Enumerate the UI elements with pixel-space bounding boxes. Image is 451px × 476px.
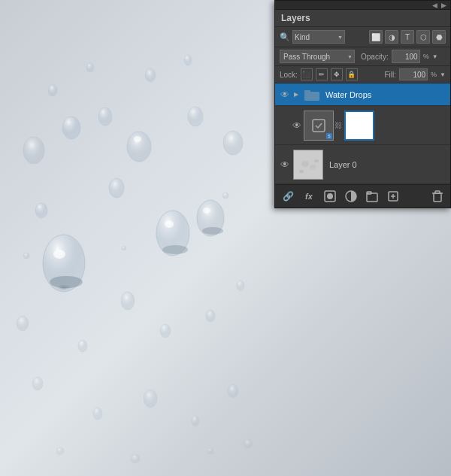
- fill-percent: %: [431, 71, 437, 78]
- layer-name-water-drops: Water Drops: [325, 90, 371, 99]
- panel-topbar: ◀ ▶: [275, 1, 450, 10]
- mask-thumb: [344, 111, 374, 141]
- fill-label: Fill:: [385, 71, 397, 79]
- eye-icon-smart[interactable]: 👁: [290, 119, 304, 132]
- svg-point-50: [327, 193, 333, 199]
- layer-row-smart[interactable]: 👁 S ⛓: [275, 106, 450, 145]
- new-group-btn[interactable]: [364, 188, 380, 205]
- lock-row: Lock: ⬛ ✏ ✥ 🔒 Fill: % ▼: [275, 66, 450, 83]
- svg-rect-42: [304, 90, 310, 93]
- folder-icon-water-drops: [303, 86, 321, 104]
- kind-select-wrapper[interactable]: Kind Name Effect Mode: [292, 30, 345, 44]
- lock-all-btn[interactable]: 🔒: [346, 68, 358, 80]
- fx-btn[interactable]: fx: [301, 188, 317, 205]
- search-icon: 🔍: [280, 32, 290, 42]
- filter-icons: ⬜ ◑ T ⬡ ⬣: [369, 30, 446, 44]
- layer-row-water-drops[interactable]: 👁 ▶ Water Drops: [275, 83, 450, 106]
- svg-point-48: [299, 170, 304, 173]
- layer0-thumb: [293, 150, 323, 180]
- svg-rect-59: [435, 191, 440, 193]
- layers-panel: ◀ ▶ Layers 🔍 Kind Name Effect Mode ⬜ ◑ T…: [274, 0, 451, 208]
- eye-icon-layer0[interactable]: 👁: [278, 158, 292, 171]
- lock-label: Lock:: [280, 71, 298, 79]
- svg-rect-43: [313, 120, 325, 132]
- smart-filter-icon[interactable]: ⬣: [432, 30, 446, 44]
- smart-filter-icon: [311, 118, 326, 133]
- expand-water-drops[interactable]: ▶: [292, 90, 301, 99]
- shape-filter-icon[interactable]: ⬡: [416, 30, 430, 44]
- fill-dropdown-arrow[interactable]: ▼: [440, 71, 446, 78]
- panel-resize-arrows: ◀ ▶: [432, 2, 447, 9]
- blend-select-wrapper[interactable]: Pass Through Normal Dissolve Multiply Sc…: [280, 50, 355, 63]
- eye-icon-water-drops[interactable]: 👁: [278, 88, 292, 102]
- opacity-dropdown-arrow[interactable]: ▼: [432, 53, 438, 60]
- panel-title-bar: Layers: [275, 10, 450, 27]
- layer-row-layer0[interactable]: 👁 Layer 0: [275, 145, 450, 184]
- layers-list: 👁 ▶ Water Drops 👁: [275, 83, 450, 184]
- panel-title: Layers: [281, 13, 310, 23]
- svg-rect-57: [434, 193, 441, 202]
- fill-input[interactable]: [399, 68, 428, 80]
- add-mask-btn[interactable]: [322, 188, 338, 205]
- lock-position-btn[interactable]: ✥: [331, 68, 343, 80]
- pixel-filter-icon[interactable]: ⬜: [369, 30, 383, 44]
- svg-point-47: [314, 159, 319, 162]
- adjustment-filter-icon[interactable]: ◑: [385, 30, 398, 44]
- new-layer-btn[interactable]: [385, 188, 401, 205]
- lock-paint-btn[interactable]: ✏: [316, 68, 328, 80]
- opacity-input[interactable]: [392, 50, 420, 63]
- kind-select[interactable]: Kind Name Effect Mode: [292, 30, 345, 44]
- blend-mode-select[interactable]: Pass Through Normal Dissolve Multiply Sc…: [280, 50, 355, 63]
- blend-row: Pass Through Normal Dissolve Multiply Sc…: [275, 47, 450, 66]
- filter-row: 🔍 Kind Name Effect Mode ⬜ ◑ T ⬡ ⬣: [275, 27, 450, 47]
- type-filter-icon[interactable]: T: [401, 30, 414, 44]
- panel-toolbar: 🔗 fx: [275, 184, 450, 208]
- smart-object-thumb: S: [304, 111, 334, 141]
- opacity-label: Opacity:: [361, 53, 389, 61]
- svg-point-45: [301, 161, 309, 167]
- link-layers-btn[interactable]: 🔗: [280, 188, 296, 205]
- layer-name-layer0: Layer 0: [329, 160, 357, 169]
- svg-point-46: [310, 165, 316, 169]
- chain-link-icon: ⛓: [334, 118, 343, 133]
- opacity-percent: %: [423, 53, 429, 60]
- lock-pixel-btn[interactable]: ⬛: [301, 68, 313, 80]
- new-fill-adjustment-btn[interactable]: [343, 188, 359, 205]
- delete-layer-btn[interactable]: [429, 188, 446, 205]
